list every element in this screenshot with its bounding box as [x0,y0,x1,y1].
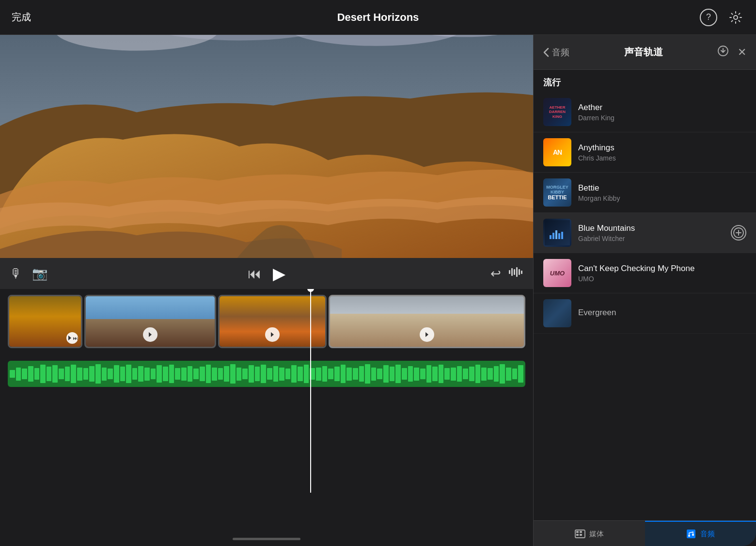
music-item-cant-keep[interactable]: UMO Can't Keep Checking My Phone UMO [534,253,756,293]
svg-point-0 [734,16,738,19]
music-artist-anythings: Chris James [578,154,746,162]
play-button[interactable]: ▶ [273,264,285,283]
music-item-anythings[interactable]: AN Anythings Chris James [534,132,756,173]
album-art-evergreen [543,299,571,327]
music-title-blue-mountains: Blue Mountains [578,224,731,233]
timeline-controls: 🎙 📷 ⏮ ▶ ↩ [0,258,533,289]
controls-left: 🎙 📷 [10,266,47,281]
home-indicator-area [0,531,533,546]
music-artist-blue-mountains: Gabriel Witcher [578,235,731,242]
panel-title: 声音轨道 [624,46,663,59]
music-list: AETHERDARRENKING Aether Darren King AN A… [534,92,756,520]
svg-rect-6 [509,270,510,274]
music-item-bettie[interactable]: MORGLEYKIBBYBETTIE Bettie Morgan Kibby [534,173,756,213]
svg-rect-9 [516,267,518,277]
music-info-aether: Aether Darren King [578,103,746,122]
music-info-evergreen: Evergreen [578,308,746,319]
music-title-anythings: Anythings [578,143,746,153]
svg-rect-27 [580,534,582,536]
svg-rect-24 [576,531,579,533]
music-artist-aether: Darren King [578,114,746,122]
svg-rect-8 [514,269,515,275]
svg-marker-12 [68,336,71,340]
svg-marker-14 [271,332,274,337]
album-art-anythings: AN [543,138,571,166]
panel-tabs: 媒体 音频 [534,520,756,546]
header-left: 完成 [12,11,70,24]
svg-rect-17 [550,235,551,239]
tab-audio-label: 音频 [700,530,715,539]
svg-rect-21 [561,232,563,239]
svg-rect-25 [580,531,582,533]
music-title-cant-keep: Can't Keep Checking My Phone [578,264,746,273]
audio-panel: 音频 声音轨道 ✕ 流行 AETHERDARRENKING [533,35,756,546]
video-clip-1[interactable] [8,295,82,348]
album-art-aether: AETHERDARRENKING [543,98,571,126]
audio-panel-header: 音频 声音轨道 ✕ [534,35,756,70]
help-icon[interactable]: ? [700,9,717,26]
clip-handle-right-1[interactable] [66,332,78,344]
music-item-aether[interactable]: AETHERDARRENKING Aether Darren King [534,92,756,132]
app-header: 完成 Desert Horizons ? [0,0,756,35]
svg-rect-18 [552,233,554,239]
album-art-bettie: MORGLEYKIBBYBETTIE [543,178,571,207]
svg-rect-20 [558,233,560,239]
skip-back-icon[interactable]: ⏮ [248,266,261,282]
add-to-timeline-button[interactable] [731,225,746,241]
close-icon[interactable]: ✕ [738,46,746,59]
svg-rect-11 [521,271,522,274]
music-title-bettie: Bettie [578,183,746,193]
music-info-cant-keep: Can't Keep Checking My Phone UMO [578,264,746,283]
microphone-icon[interactable]: 🎙 [10,266,22,281]
music-item-evergreen[interactable]: Evergreen [534,293,756,334]
undo-icon[interactable]: ↩ [490,266,501,281]
main-area: 🎙 📷 ⏮ ▶ ↩ [0,35,756,546]
clips-row [0,289,533,357]
svg-marker-15 [425,332,428,337]
svg-rect-7 [511,268,513,276]
svg-rect-29 [687,530,695,538]
audio-waveform [8,361,525,387]
svg-rect-10 [519,269,520,275]
panel-icons: ✕ [717,45,746,60]
svg-rect-26 [576,534,579,536]
tab-media[interactable]: 媒体 [534,521,645,546]
controls-center: ⏮ ▶ [248,264,285,283]
svg-marker-13 [149,332,152,337]
music-artist-cant-keep: UMO [578,275,746,283]
video-preview[interactable] [0,35,533,258]
music-artist-bettie: Morgan Kibby [578,194,746,202]
category-label: 流行 [534,70,756,92]
page-title: Desert Horizons [70,11,686,24]
playhead [310,289,311,493]
done-button[interactable]: 完成 [12,11,31,24]
music-info-blue-mountains: Blue Mountains Gabriel Witcher [578,224,731,242]
video-clip-4[interactable] [329,295,526,348]
back-button[interactable]: 音频 [543,47,569,58]
editor-left: 🎙 📷 ⏮ ▶ ↩ [0,35,533,546]
svg-point-31 [692,534,694,536]
svg-point-30 [688,535,690,537]
svg-rect-19 [555,230,557,239]
camera-snap-icon[interactable]: 📷 [32,266,47,281]
music-item-blue-mountains[interactable]: Blue Mountains Gabriel Witcher [534,213,756,253]
album-art-blue-mountains [543,219,571,247]
waveform-icon[interactable] [509,266,523,281]
waveform-pattern [8,361,525,387]
settings-icon[interactable] [727,9,744,26]
video-clip-2[interactable] [84,295,217,348]
music-info-anythings: Anythings Chris James [578,143,746,162]
waveform-row [0,357,533,391]
music-title-evergreen: Evergreen [578,308,746,318]
home-indicator [233,538,300,540]
controls-right: ↩ [490,266,523,281]
back-label: 音频 [552,47,569,58]
album-art-cant-keep: UMO [543,259,571,287]
music-info-bettie: Bettie Morgan Kibby [578,183,746,202]
download-icon[interactable] [717,45,729,60]
header-right: ? [686,9,744,26]
tab-audio[interactable]: 音频 [645,521,756,546]
timeline-area[interactable] [0,289,533,531]
tab-media-label: 媒体 [589,530,604,539]
music-title-aether: Aether [578,103,746,112]
